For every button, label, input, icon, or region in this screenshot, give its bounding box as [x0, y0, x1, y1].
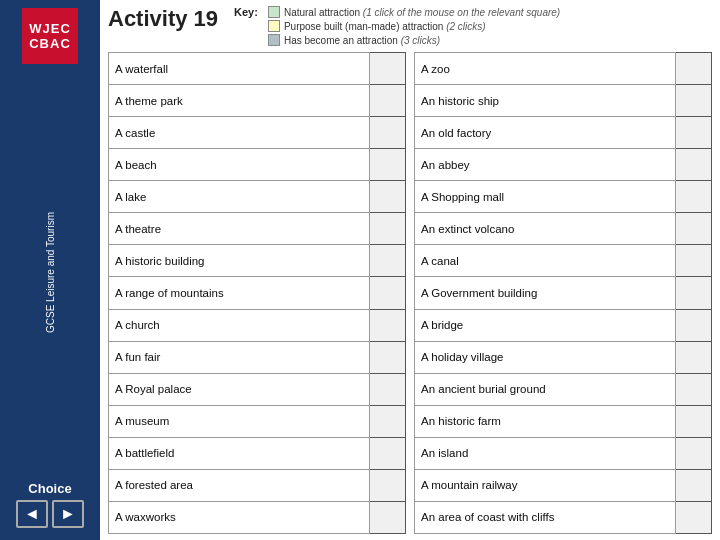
- attraction-checkbox[interactable]: [675, 277, 711, 309]
- attraction-checkbox[interactable]: [369, 213, 405, 245]
- attraction-checkbox[interactable]: [369, 149, 405, 181]
- logo-area: WJEC CBAC: [22, 8, 78, 64]
- attraction-checkbox[interactable]: [675, 405, 711, 437]
- tables-area: A waterfallA theme parkA castleA beachA …: [108, 52, 712, 534]
- attraction-checkbox[interactable]: [675, 341, 711, 373]
- key-square-purpose: [268, 20, 280, 32]
- attraction-checkbox[interactable]: [675, 437, 711, 469]
- attraction-label: A theatre: [109, 213, 370, 245]
- attraction-checkbox[interactable]: [675, 501, 711, 533]
- table-row: A range of mountains: [109, 277, 406, 309]
- key-row-become: Has become an attraction (3 clicks): [268, 34, 560, 46]
- table-row: An historic ship: [415, 85, 712, 117]
- attraction-checkbox[interactable]: [369, 277, 405, 309]
- table-row: An old factory: [415, 117, 712, 149]
- nav-buttons: ◄ ►: [16, 500, 84, 528]
- table-row: An area of coast with cliffs: [415, 501, 712, 533]
- table-row: A lake: [109, 181, 406, 213]
- attraction-label: A zoo: [415, 53, 676, 85]
- table-row: A museum: [109, 405, 406, 437]
- choice-area: Choice ◄ ►: [16, 481, 84, 532]
- attraction-label: A museum: [109, 405, 370, 437]
- table-row: A theatre: [109, 213, 406, 245]
- attraction-checkbox[interactable]: [369, 469, 405, 501]
- forward-button[interactable]: ►: [52, 500, 84, 528]
- attraction-label: An historic farm: [415, 405, 676, 437]
- attraction-checkbox[interactable]: [675, 181, 711, 213]
- attraction-checkbox[interactable]: [675, 117, 711, 149]
- attraction-checkbox[interactable]: [369, 117, 405, 149]
- attraction-checkbox[interactable]: [369, 53, 405, 85]
- table-row: An extinct volcano: [415, 213, 712, 245]
- key-square-natural: [268, 6, 280, 18]
- table-row: A mountain railway: [415, 469, 712, 501]
- table-row: A castle: [109, 117, 406, 149]
- top-bar: Activity 19 Key: Natural attraction (1 c…: [108, 6, 712, 46]
- table-row: A holiday village: [415, 341, 712, 373]
- attraction-checkbox[interactable]: [369, 341, 405, 373]
- attraction-label: A canal: [415, 245, 676, 277]
- attraction-checkbox[interactable]: [675, 469, 711, 501]
- attraction-label: A fun fair: [109, 341, 370, 373]
- table-row: An abbey: [415, 149, 712, 181]
- back-button[interactable]: ◄: [16, 500, 48, 528]
- attraction-label: A mountain railway: [415, 469, 676, 501]
- key-row-purpose: Purpose built (man-made) attraction (2 c…: [268, 20, 560, 32]
- attraction-checkbox[interactable]: [369, 501, 405, 533]
- attraction-label: A theme park: [109, 85, 370, 117]
- attraction-label: A Shopping mall: [415, 181, 676, 213]
- attraction-checkbox[interactable]: [675, 149, 711, 181]
- table-row: An historic farm: [415, 405, 712, 437]
- attraction-label: An historic ship: [415, 85, 676, 117]
- attraction-checkbox[interactable]: [369, 245, 405, 277]
- attraction-label: A beach: [109, 149, 370, 181]
- table-row: A canal: [415, 245, 712, 277]
- attraction-checkbox[interactable]: [675, 245, 711, 277]
- table-row: A Royal palace: [109, 373, 406, 405]
- attraction-label: A lake: [109, 181, 370, 213]
- key-text-natural: Natural attraction (1 click of the mouse…: [284, 7, 560, 18]
- attraction-checkbox[interactable]: [675, 373, 711, 405]
- attraction-checkbox[interactable]: [675, 53, 711, 85]
- table-row: A forested area: [109, 469, 406, 501]
- attraction-checkbox[interactable]: [675, 213, 711, 245]
- table-row: A theme park: [109, 85, 406, 117]
- table-row: A Government building: [415, 277, 712, 309]
- logo-box: WJEC CBAC: [22, 8, 78, 64]
- logo-cbac: CBAC: [29, 36, 71, 51]
- attraction-checkbox[interactable]: [369, 437, 405, 469]
- attraction-checkbox[interactable]: [675, 309, 711, 341]
- table-row: A battlefield: [109, 437, 406, 469]
- key-square-become: [268, 34, 280, 46]
- attraction-checkbox[interactable]: [369, 373, 405, 405]
- attraction-label: A church: [109, 309, 370, 341]
- attraction-checkbox[interactable]: [369, 181, 405, 213]
- attraction-checkbox[interactable]: [369, 405, 405, 437]
- sidebar: WJEC CBAC GCSE Leisure and Tourism Choic…: [0, 0, 100, 540]
- table-row: An island: [415, 437, 712, 469]
- right-table: A zooAn historic shipAn old factoryAn ab…: [414, 52, 712, 534]
- table-row: A fun fair: [109, 341, 406, 373]
- attraction-checkbox[interactable]: [369, 85, 405, 117]
- attraction-label: A waxworks: [109, 501, 370, 533]
- attraction-label: A castle: [109, 117, 370, 149]
- attraction-label: A historic building: [109, 245, 370, 277]
- attraction-checkbox[interactable]: [675, 85, 711, 117]
- table-row: A Shopping mall: [415, 181, 712, 213]
- subject-label: GCSE Leisure and Tourism: [45, 64, 56, 481]
- page-title: Activity 19: [108, 6, 218, 32]
- attraction-label: An abbey: [415, 149, 676, 181]
- attraction-label: A forested area: [109, 469, 370, 501]
- attraction-label: A Royal palace: [109, 373, 370, 405]
- attraction-label: An extinct volcano: [415, 213, 676, 245]
- attraction-label: An area of coast with cliffs: [415, 501, 676, 533]
- attraction-label: A waterfall: [109, 53, 370, 85]
- attraction-label: A range of mountains: [109, 277, 370, 309]
- key-label: Key:: [234, 6, 258, 18]
- attraction-label: A bridge: [415, 309, 676, 341]
- logo-wjec: WJEC: [29, 21, 71, 36]
- attraction-label: An old factory: [415, 117, 676, 149]
- table-row: A bridge: [415, 309, 712, 341]
- attraction-label: An island: [415, 437, 676, 469]
- attraction-checkbox[interactable]: [369, 309, 405, 341]
